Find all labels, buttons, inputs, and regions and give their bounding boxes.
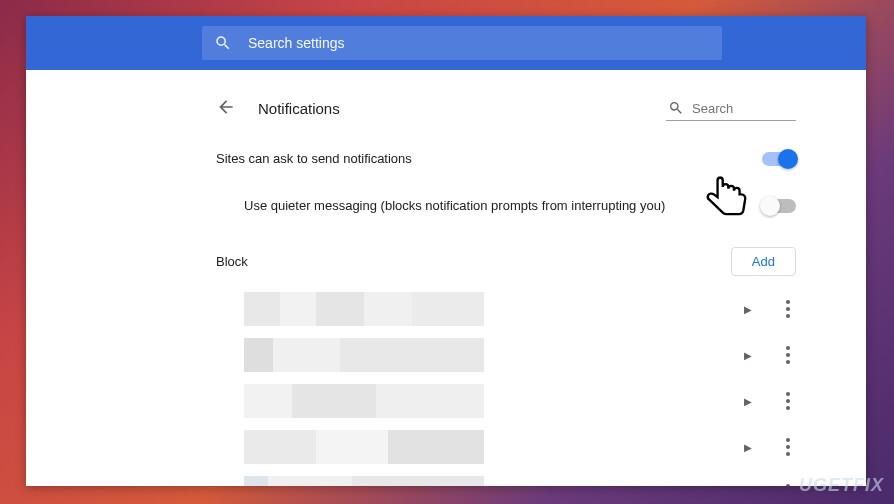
- search-icon: [214, 34, 232, 52]
- block-section-header: Block Add: [216, 229, 796, 286]
- add-button[interactable]: Add: [731, 247, 796, 276]
- chevron-right-icon[interactable]: ▶: [744, 350, 752, 361]
- blocked-site-entry: [244, 292, 484, 326]
- back-arrow-icon[interactable]: [216, 97, 236, 121]
- sites-can-ask-toggle[interactable]: [762, 152, 796, 166]
- block-list: ▶ ▶ ▶ ▶: [216, 286, 796, 486]
- block-list-item: ▶: [244, 332, 796, 378]
- blocked-site-entry: [244, 338, 484, 372]
- quieter-messaging-row: Use quieter messaging (blocks notificati…: [216, 182, 796, 229]
- top-bar: Search settings: [26, 16, 866, 70]
- sites-can-ask-row: Sites can ask to send notifications: [216, 135, 796, 182]
- block-list-item: ▶: [244, 378, 796, 424]
- more-menu-icon[interactable]: [780, 438, 796, 456]
- block-list-item: ▶: [244, 424, 796, 470]
- mini-search-input[interactable]: Search: [666, 96, 796, 121]
- more-menu-icon[interactable]: [780, 392, 796, 410]
- watermark: UGETFIX: [799, 475, 884, 496]
- search-icon: [668, 100, 684, 116]
- quieter-messaging-toggle[interactable]: [762, 199, 796, 213]
- more-menu-icon[interactable]: [780, 484, 796, 486]
- blocked-site-entry: [244, 476, 484, 486]
- page-title: Notifications: [258, 100, 340, 117]
- chevron-right-icon[interactable]: ▶: [744, 442, 752, 453]
- block-list-item: ▶: [244, 286, 796, 332]
- blocked-site-entry: [244, 384, 484, 418]
- settings-window: Search settings Notifications Search Sit…: [26, 16, 866, 486]
- quieter-messaging-label: Use quieter messaging (blocks notificati…: [216, 198, 665, 213]
- blocked-site-entry: [244, 430, 484, 464]
- search-settings-bar[interactable]: Search settings: [202, 26, 722, 60]
- chevron-right-icon[interactable]: ▶: [744, 396, 752, 407]
- content-area: Notifications Search Sites can ask to se…: [26, 70, 866, 486]
- more-menu-icon[interactable]: [780, 300, 796, 318]
- chevron-right-icon[interactable]: ▶: [744, 304, 752, 315]
- block-section-title: Block: [216, 254, 248, 269]
- sites-can-ask-label: Sites can ask to send notifications: [216, 151, 412, 166]
- block-list-item: ▶: [244, 470, 796, 486]
- mini-search-placeholder: Search: [692, 101, 733, 116]
- search-settings-placeholder: Search settings: [248, 35, 345, 51]
- more-menu-icon[interactable]: [780, 346, 796, 364]
- page-header: Notifications Search: [216, 88, 796, 135]
